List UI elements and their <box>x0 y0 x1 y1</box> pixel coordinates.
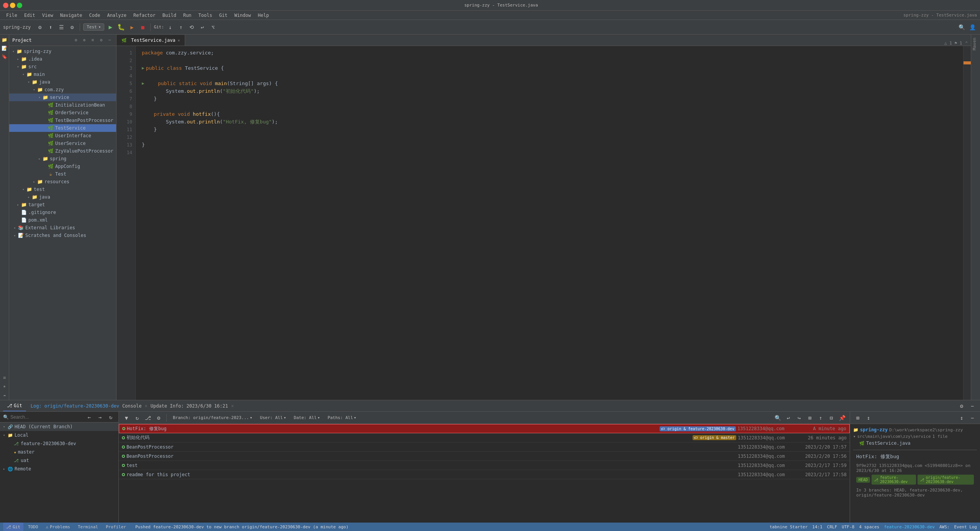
git-branch-status[interactable]: feature-20230630-dev <box>884 524 934 529</box>
git-revert-btn[interactable]: ↩ <box>198 23 207 32</box>
branch-feature[interactable]: ▸ ⎇ feature-20230630-dev <box>0 439 118 448</box>
tab-close-btn[interactable]: × <box>178 38 180 43</box>
menu-analyze[interactable]: Analyze <box>104 12 130 19</box>
git-nav-next[interactable]: → <box>95 413 105 422</box>
branch-local-section[interactable]: ▾ 📁 Local <box>0 431 118 439</box>
git-search-commits-btn[interactable]: 🔍 <box>773 413 782 422</box>
commit-row-4[interactable]: BeanPostProcessor 1351228334@qq.com 2023… <box>119 452 850 461</box>
git-undo-btn[interactable]: ↩ <box>784 413 793 422</box>
config-btn[interactable]: ⚙ <box>67 23 77 32</box>
update-close[interactable]: × <box>231 403 234 409</box>
menu-tools[interactable]: Tools <box>195 12 215 19</box>
commits-icon[interactable]: 📝 <box>1 44 8 52</box>
panel-settings-icon[interactable]: ⚙ <box>98 37 105 44</box>
tree-target[interactable]: ▸ 📁 target <box>9 201 116 209</box>
branch-uat[interactable]: ▸ ⎇ uat <box>0 456 118 465</box>
menu-window[interactable]: Window <box>231 12 254 19</box>
git-tab[interactable]: ⎇ Git <box>3 401 26 411</box>
problems-tab[interactable]: ⚠ Problems <box>43 523 73 531</box>
panel-minimize-icon[interactable]: − <box>106 37 113 44</box>
tree-java[interactable]: ▾ 📁 java <box>9 78 116 86</box>
git-search-input[interactable] <box>10 414 83 420</box>
debug-btn[interactable]: 🐛 <box>117 23 126 32</box>
run-arrow-5[interactable]: ▶ <box>142 80 144 87</box>
tree-test-java[interactable]: ▸ 📁 java <box>9 193 116 201</box>
run-arrow-3[interactable]: ▶ <box>142 64 144 72</box>
git-filter-btn2[interactable]: ⊟ <box>827 413 836 422</box>
git-push-btn[interactable]: ↑ <box>176 23 185 32</box>
aws-label[interactable]: AWS: <box>939 524 950 529</box>
structure-icon[interactable]: ≡ <box>1 374 8 381</box>
minimize-button[interactable] <box>10 3 15 8</box>
search-btn[interactable]: 🔍 <box>957 23 966 32</box>
git-update-btn[interactable]: ↓ <box>166 23 175 32</box>
user-filter[interactable]: User: All ▾ <box>257 414 289 421</box>
paths-filter[interactable]: Paths: All ▾ <box>325 414 359 421</box>
maven-label[interactable]: Maven <box>971 35 980 53</box>
bookmark-icon[interactable]: 🔖 <box>1 53 8 61</box>
git-fetch-btn[interactable]: ↻ <box>106 413 115 422</box>
tree-service[interactable]: ▾ 📁 service <box>9 94 116 101</box>
sync-btn[interactable]: ⬆ <box>46 23 55 32</box>
menu-build[interactable]: Build <box>159 12 179 19</box>
aws-icon[interactable]: ☁ <box>1 391 8 398</box>
menu-edit[interactable]: Edit <box>21 12 38 19</box>
commit-row-3[interactable]: BeanPostProcessor 1351228334@qq.com 2023… <box>119 442 850 452</box>
git-refresh-btn[interactable]: ↻ <box>133 413 142 422</box>
git-arrow-up-btn[interactable]: ↑ <box>816 413 825 422</box>
console-close[interactable]: × <box>144 403 147 409</box>
git-right-diff-btn[interactable]: ↕ <box>957 413 966 422</box>
expand-files-icon[interactable]: ▾ <box>853 434 856 439</box>
code-editor[interactable]: package com.zzy.service; ▶ public class … <box>136 46 963 400</box>
coverage-btn[interactable]: ▶ <box>127 23 136 32</box>
terminal-tab[interactable]: Terminal <box>75 523 101 531</box>
tree-appconfig[interactable]: ▸ 🌿 AppConfig <box>9 163 116 170</box>
changed-file-item[interactable]: 🌿 TestService.java <box>853 440 977 447</box>
git-more-btn[interactable]: 📌 <box>837 413 847 422</box>
git-right-minimize-btn[interactable]: − <box>968 413 977 422</box>
tree-comzzy[interactable]: ▾ 📁 com.zzy <box>9 86 116 94</box>
branch-head[interactable]: ▾ 🔗 HEAD (Current Branch) <box>0 422 118 431</box>
panel-scroll-icon[interactable]: ⊕ <box>81 37 88 44</box>
layout-btn[interactable]: ☰ <box>57 23 66 32</box>
tree-zzy-post[interactable]: ▸ 🌿 ZzyValuePostProcessor <box>9 147 116 155</box>
menu-code[interactable]: Code <box>86 12 103 19</box>
tree-test-service[interactable]: ▸ 🌿 TestService <box>9 124 116 132</box>
tabnine-label[interactable]: tabnine Starter <box>770 524 808 529</box>
settings-btn[interactable]: ⚙ <box>35 23 44 32</box>
profiler-tab[interactable]: Profiler <box>103 523 129 531</box>
tree-root[interactable]: ▾ 📁 spring-zzy <box>9 48 116 55</box>
bottom-minimize-btn[interactable]: − <box>968 401 977 411</box>
run-btn[interactable]: ▶ <box>106 23 115 32</box>
git-history-btn[interactable]: ⟲ <box>187 23 196 32</box>
run-config-selector[interactable]: Test ▾ <box>83 23 104 31</box>
git-redo-btn[interactable]: ↪ <box>795 413 804 422</box>
tree-order-service[interactable]: ▸ 🌿 OrderService <box>9 109 116 117</box>
tree-gitignore[interactable]: ▸ 📄 .gitignore <box>9 209 116 216</box>
git-collapse-btn[interactable]: ▼ <box>122 413 131 422</box>
git-right-arrow-btn[interactable]: ↕ <box>864 413 873 422</box>
log-tab[interactable]: Log: origin/feature-20230630-dev <box>31 403 119 409</box>
menu-help[interactable]: Help <box>255 12 272 19</box>
tree-user-interface[interactable]: ▸ 🌿 UserInterface <box>9 132 116 140</box>
todo-tab[interactable]: TODO <box>25 523 41 531</box>
tree-idea[interactable]: ▸ 📁 .idea <box>9 55 116 63</box>
console-tab[interactable]: Console <box>122 403 142 409</box>
stop-btn[interactable]: ■ <box>138 23 147 32</box>
branch-remote-section[interactable]: ▸ 🌐 Remote <box>0 465 118 473</box>
menu-git[interactable]: Git <box>216 12 231 19</box>
tree-resources[interactable]: ▸ 📁 resources <box>9 178 116 186</box>
menu-view[interactable]: View <box>39 12 56 19</box>
branch-filter[interactable]: Branch: origin/feature-2023... ▾ <box>170 414 255 421</box>
tree-pom[interactable]: ▸ 📄 pom.xml <box>9 216 116 224</box>
tree-test-bean-post[interactable]: ▸ 🌿 TestBeanPostProcessor <box>9 117 116 124</box>
git-status-tab[interactable]: ⎇ Git <box>3 523 23 531</box>
git-settings-btn[interactable]: ⚙ <box>154 413 163 422</box>
commit-row-1[interactable]: HotFix: 修复bug 🏷 origin & feature-2023063… <box>119 424 850 433</box>
favorites-icon[interactable]: ★ <box>1 382 8 390</box>
git-expand-btn[interactable]: ⊞ <box>805 413 814 422</box>
tree-init-bean[interactable]: ▸ 🌿 InitializationBean <box>9 101 116 109</box>
update-info-tab[interactable]: Update Info: 2023/6/30 16:21 <box>151 403 228 409</box>
editor-tab-testservice[interactable]: 🌿 TestService.java × <box>117 35 185 46</box>
commit-row-5[interactable]: test 1351228334@qq.com 2023/2/17 17:59 <box>119 461 850 470</box>
